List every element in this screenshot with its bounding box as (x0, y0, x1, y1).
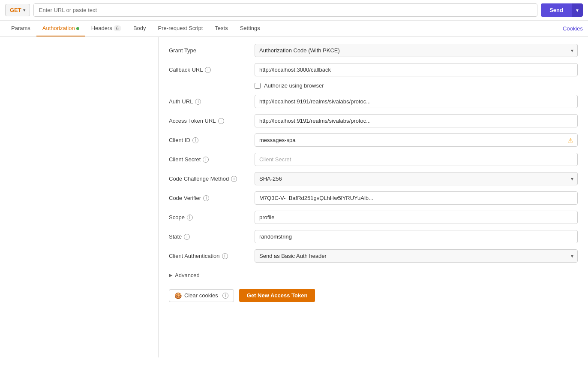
access-token-url-info-icon: i (218, 118, 224, 124)
client-auth-select-wrapper: Send as Basic Auth header Send client cr… (255, 249, 578, 263)
code-challenge-method-label: Code Challenge Method i (169, 175, 255, 182)
client-auth-control: Send as Basic Auth header Send client cr… (255, 249, 578, 263)
auth-url-label: Auth URL i (169, 98, 255, 105)
code-verifier-row: Code Verifier i (169, 191, 578, 205)
get-token-label: Get New Access Token (247, 292, 308, 299)
state-input[interactable] (255, 230, 578, 243)
action-row: 🍪 Clear cookies i Get New Access Token (169, 289, 578, 302)
method-selector[interactable]: GET ▾ (5, 4, 30, 16)
clear-cookies-info-icon: i (222, 293, 228, 299)
send-button-group: Send ▾ (541, 3, 583, 17)
tabs-bar: Params Authorization Headers6 Body Pre-r… (0, 21, 588, 37)
client-secret-row: Client Secret i (169, 153, 578, 166)
client-id-input[interactable] (255, 133, 578, 147)
code-challenge-method-row: Code Challenge Method i SHA-256 plain (169, 172, 578, 185)
code-challenge-method-control: SHA-256 plain (255, 172, 578, 185)
tab-pre-request-script[interactable]: Pre-request Script (152, 21, 209, 36)
top-bar: GET ▾ Send ▾ (0, 0, 588, 21)
state-control (255, 230, 578, 243)
state-label: State i (169, 233, 255, 240)
client-id-control: ⚠ (255, 133, 578, 147)
tab-settings[interactable]: Settings (234, 21, 266, 36)
access-token-url-row: Access Token URL i (169, 114, 578, 127)
scope-label: Scope i (169, 214, 255, 221)
client-id-info-icon: i (192, 137, 198, 143)
code-challenge-method-info-icon: i (231, 176, 237, 182)
tab-tests[interactable]: Tests (209, 21, 234, 36)
scope-control (255, 211, 578, 224)
get-new-access-token-button[interactable]: Get New Access Token (239, 289, 315, 302)
grant-type-label: Grant Type (169, 47, 255, 54)
auth-url-input[interactable] (255, 95, 578, 108)
tab-params[interactable]: Params (5, 21, 36, 36)
grant-type-row: Grant Type Authorization Code (With PKCE… (169, 44, 578, 57)
send-button[interactable]: Send (541, 3, 572, 17)
access-token-url-input[interactable] (255, 114, 578, 127)
client-auth-select[interactable]: Send as Basic Auth header Send client cr… (255, 249, 578, 263)
callback-url-label: Callback URL i (169, 67, 255, 73)
main-content: Grant Type Authorization Code (With PKCE… (0, 37, 588, 357)
client-auth-info-icon: i (222, 253, 228, 259)
grant-type-select[interactable]: Authorization Code (With PKCE) Authoriza… (255, 44, 578, 57)
client-id-label: Client ID i (169, 137, 255, 143)
tab-authorization[interactable]: Authorization (36, 21, 85, 36)
headers-badge: 6 (114, 25, 121, 31)
client-secret-input[interactable] (255, 153, 578, 166)
client-secret-label: Client Secret i (169, 156, 255, 163)
cookies-link[interactable]: Cookies (563, 21, 583, 36)
authorize-browser-label: Authorize using browser (264, 82, 324, 89)
advanced-label: Advanced (175, 272, 200, 278)
scope-info-icon: i (187, 215, 193, 221)
client-secret-control (255, 153, 578, 166)
client-secret-info-icon: i (203, 157, 209, 163)
send-dropdown-button[interactable]: ▾ (572, 3, 583, 17)
code-verifier-input[interactable] (255, 191, 578, 205)
method-label: GET (10, 7, 21, 13)
auth-url-control (255, 95, 578, 108)
advanced-section: ▶ Advanced (169, 269, 578, 282)
authorize-browser-checkbox[interactable] (255, 83, 261, 89)
cookie-icon: 🍪 (174, 292, 182, 299)
url-input[interactable] (33, 3, 537, 17)
scope-input[interactable] (255, 211, 578, 224)
code-verifier-info-icon: i (203, 195, 209, 201)
callback-url-input[interactable] (255, 63, 578, 76)
client-auth-row: Client Authentication i Send as Basic Au… (169, 249, 578, 263)
code-verifier-control (255, 191, 578, 205)
authorize-browser-row: Authorize using browser (255, 82, 578, 89)
code-challenge-method-select-wrapper: SHA-256 plain (255, 172, 578, 185)
client-id-input-wrapper: ⚠ (255, 133, 578, 147)
scope-row: Scope i (169, 211, 578, 224)
auth-url-info-icon: i (195, 99, 201, 105)
callback-url-info-icon: i (205, 67, 211, 73)
grant-type-control: Authorization Code (With PKCE) Authoriza… (255, 44, 578, 57)
auth-url-row: Auth URL i (169, 95, 578, 108)
left-panel (0, 37, 159, 357)
code-challenge-method-select[interactable]: SHA-256 plain (255, 172, 578, 185)
access-token-url-label: Access Token URL i (169, 118, 255, 124)
tab-headers[interactable]: Headers6 (85, 21, 127, 36)
tab-body[interactable]: Body (127, 21, 152, 36)
advanced-chevron-icon: ▶ (169, 272, 172, 278)
code-verifier-label: Code Verifier i (169, 195, 255, 201)
state-info-icon: i (184, 234, 190, 240)
state-row: State i (169, 230, 578, 243)
clear-cookies-button[interactable]: 🍪 Clear cookies i (169, 289, 234, 302)
authorization-active-dot (76, 27, 79, 30)
client-auth-label: Client Authentication i (169, 253, 255, 259)
client-id-warning-icon: ⚠ (568, 137, 573, 144)
advanced-toggle[interactable]: ▶ Advanced (169, 269, 578, 282)
client-id-row: Client ID i ⚠ (169, 133, 578, 147)
callback-url-row: Callback URL i (169, 63, 578, 76)
grant-type-select-wrapper: Authorization Code (With PKCE) Authoriza… (255, 44, 578, 57)
clear-cookies-label: Clear cookies (184, 292, 218, 299)
right-panel: Grant Type Authorization Code (With PKCE… (159, 37, 588, 357)
method-chevron: ▾ (23, 8, 25, 12)
callback-url-control (255, 63, 578, 76)
access-token-url-control (255, 114, 578, 127)
